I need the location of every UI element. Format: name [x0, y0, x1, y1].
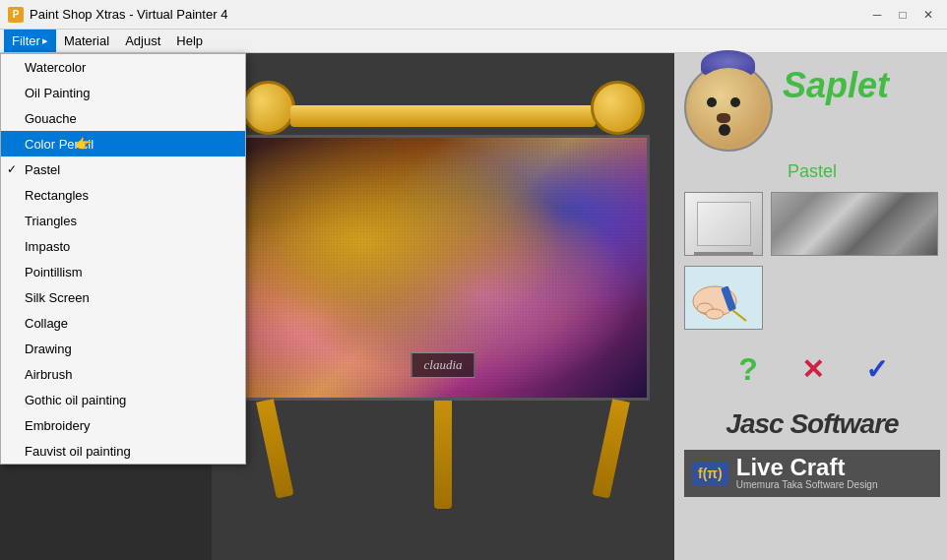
- dog-avatar: [684, 63, 773, 152]
- dog-face: [689, 68, 768, 147]
- dropdown-item-drawing[interactable]: Drawing: [1, 336, 245, 361]
- dropdown-item-oil-painting[interactable]: Oil Painting: [1, 80, 245, 105]
- dropdown-item-airbrush[interactable]: Airbrush: [1, 361, 245, 387]
- dropdown-item-pointillism[interactable]: Pointillism: [1, 259, 245, 284]
- jasc-logo: Jasc Software: [684, 408, 940, 440]
- thumbnails-row-1: [684, 192, 940, 256]
- dog-eye-right: [730, 97, 740, 107]
- easel-knob-right: [591, 81, 645, 135]
- livecraft-subtitle: Umemura Taka Software Design: [736, 479, 878, 491]
- dog-nose: [717, 113, 730, 123]
- saplet-brand: Saplet: [783, 63, 889, 103]
- livecraft-bar: f(π) Live Craft Umemura Taka Software De…: [684, 450, 940, 497]
- easel-legs: [256, 401, 630, 509]
- dog-eye-left: [707, 97, 717, 107]
- action-buttons: ? ✕ ✓: [684, 340, 940, 399]
- cancel-button[interactable]: ✕: [788, 344, 837, 394]
- easel-leg-center: [434, 401, 452, 509]
- dropdown-item-silk-screen[interactable]: Silk Screen: [1, 284, 245, 310]
- title-bar: P Paint Shop Xtras - Virtual Painter 4 ─…: [0, 0, 947, 30]
- minimize-button[interactable]: ─: [866, 4, 888, 26]
- thumb-photo[interactable]: [771, 192, 938, 256]
- easel-leg-right: [592, 399, 629, 499]
- thumb-hand-drawing[interactable]: [684, 266, 763, 330]
- livecraft-title: Live Craft: [736, 456, 878, 479]
- menu-help[interactable]: Help: [168, 30, 211, 52]
- question-button[interactable]: ?: [724, 344, 773, 394]
- painting-canvas: claudia: [236, 135, 650, 401]
- hand-pen-icon: [685, 267, 762, 329]
- dropdown-item-collage[interactable]: Collage: [1, 310, 245, 336]
- dropdown-item-color-pencil[interactable]: Color Pencil👉: [1, 131, 245, 156]
- dropdown-item-rectangles[interactable]: Rectangles: [1, 182, 245, 208]
- svg-point-3: [706, 309, 724, 319]
- dropdown-item-gothic-oil-painting[interactable]: Gothic oil painting: [1, 387, 245, 412]
- dropdown-item-pastel[interactable]: Pastel: [1, 156, 245, 182]
- left-sidebar: WatercolorOil PaintingGouacheColor Penci…: [0, 53, 212, 560]
- livecraft-icon: f(π): [692, 462, 728, 485]
- right-top-section: Saplet: [684, 63, 940, 152]
- menu-bar: Filter ▸ Material Adjust Help: [0, 30, 947, 53]
- livecraft-text-group: Live Craft Umemura Taka Software Design: [736, 456, 878, 491]
- filter-arrow-icon: ▸: [42, 34, 48, 47]
- easel-leg-left: [256, 399, 293, 499]
- menu-filter[interactable]: Filter ▸: [4, 30, 56, 52]
- confirm-button[interactable]: ✓: [852, 344, 901, 394]
- window-controls: ─ □ ✕: [866, 4, 939, 26]
- svg-line-4: [732, 310, 746, 321]
- dropdown-item-triangles[interactable]: Triangles: [1, 208, 245, 233]
- menu-adjust[interactable]: Adjust: [117, 30, 168, 52]
- easel-knob-left: [241, 81, 295, 135]
- dropdown-item-gouache[interactable]: Gouache: [1, 105, 245, 131]
- painting-watermark: claudia: [411, 352, 475, 378]
- easel-top: [212, 81, 674, 135]
- easel-frame: claudia: [236, 135, 650, 401]
- maximize-button[interactable]: □: [892, 4, 914, 26]
- thumbnails-row-2: [684, 266, 940, 330]
- dog-mouth: [719, 124, 730, 136]
- right-panel: Saplet Pastel: [674, 53, 947, 560]
- dropdown-item-impasto[interactable]: Impasto: [1, 233, 245, 259]
- pastel-label: Pastel: [684, 161, 940, 182]
- easel-top-bar: [290, 105, 596, 127]
- app-icon: P: [8, 7, 24, 23]
- title-bar-text: Paint Shop Xtras - Virtual Painter 4: [30, 7, 866, 22]
- thumb-canvas-image: [697, 202, 751, 246]
- easel: claudia: [212, 81, 674, 533]
- filter-dropdown: WatercolorOil PaintingGouacheColor Penci…: [0, 53, 246, 465]
- menu-material[interactable]: Material: [56, 30, 117, 52]
- main-content: WatercolorOil PaintingGouacheColor Penci…: [0, 53, 947, 560]
- saplet-text: Saplet: [783, 68, 889, 103]
- close-button[interactable]: ✕: [917, 4, 939, 26]
- dropdown-item-embroidery[interactable]: Embroidery: [1, 412, 245, 438]
- canvas-area: claudia: [212, 53, 674, 560]
- thumb-easel[interactable]: [684, 192, 763, 256]
- dropdown-item-fauvist-oil-painting[interactable]: Fauvist oil painting: [1, 438, 245, 464]
- dropdown-item-watercolor[interactable]: Watercolor: [1, 54, 245, 80]
